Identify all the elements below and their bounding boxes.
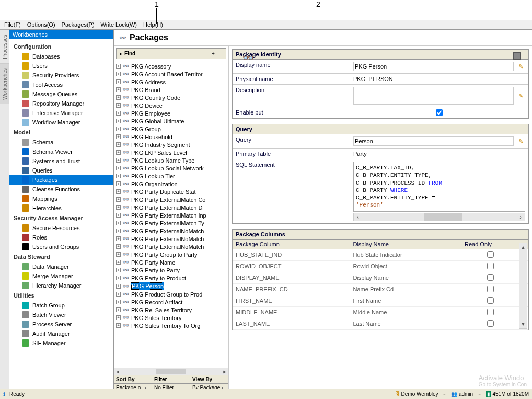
expand-icon[interactable]: + (116, 244, 121, 249)
table-row[interactable]: NAME_PREFIX_CDName Prefix Cd (233, 283, 528, 295)
expand-icon[interactable]: + (116, 252, 121, 257)
expand-icon[interactable]: + (116, 64, 121, 69)
package-item[interactable]: +👓PKG Brand (115, 86, 227, 94)
package-item[interactable]: +👓PKG Party ExternalMatch Inp (115, 211, 227, 219)
table-row[interactable]: ROWID_OBJECTRowid Object (233, 260, 528, 272)
package-item[interactable]: +👓PKG Group (115, 125, 227, 133)
expand-icon[interactable]: + (116, 174, 121, 178)
package-item[interactable]: +👓PKG Sales Territory (115, 314, 227, 322)
sidebar-item[interactable]: Data Manager (9, 262, 113, 271)
sidebar-item[interactable]: Batch Group (9, 301, 113, 310)
readonly-checkbox[interactable] (487, 251, 494, 258)
expand-icon[interactable]: + (116, 315, 121, 320)
expand-icon[interactable]: + (116, 307, 121, 312)
expand-icon[interactable]: + (116, 197, 121, 202)
expand-icon[interactable]: + (116, 221, 121, 225)
package-item[interactable]: +👓PKG Party to Party (115, 266, 227, 274)
expand-icon[interactable]: + (116, 323, 121, 328)
expand-icon[interactable]: + (116, 300, 121, 304)
sidebar-item[interactable]: Users and Groups (9, 242, 113, 252)
sidebar-item[interactable]: Merge Manager (9, 271, 113, 281)
package-item[interactable]: +👓PKG Record Artifact (115, 298, 227, 306)
vtab-workbenches[interactable]: Workbenches (0, 63, 9, 104)
query-edit-icon[interactable]: ✎ (516, 136, 525, 146)
expand-icon[interactable]: + (116, 292, 121, 297)
package-list[interactable]: +👓PKG Accessory+👓PKG Account Based Terri… (114, 61, 228, 368)
sidebar-item[interactable]: Schema (9, 138, 113, 147)
expand-icon[interactable]: + (116, 236, 121, 241)
package-item[interactable]: +👓PKG Country Code (115, 94, 227, 101)
package-item[interactable]: +👓PKG Industry Segment (115, 141, 227, 149)
sql-statement-box[interactable]: C_B_PARTY.TAX_ID,C_B_PARTY.ENTITY_TYPE,C… (353, 162, 525, 212)
package-item[interactable]: +👓PKG Party Name (115, 258, 227, 266)
menu-options[interactable]: Options(O) (27, 21, 55, 28)
sidebar-item[interactable]: Secure Resources (9, 223, 113, 233)
expand-icon[interactable]: + (116, 95, 121, 100)
expand-icon[interactable]: + (116, 205, 121, 210)
package-item[interactable]: +👓PKG Party ExternalNoMatch (115, 243, 227, 250)
sidebar-item[interactable]: Message Queues (9, 89, 113, 99)
detail-square-icon[interactable] (513, 52, 521, 60)
expand-icon[interactable]: + (116, 229, 121, 233)
col-header-dispname[interactable]: Display Name (350, 240, 461, 249)
package-item[interactable]: +👓PKG LKP Sales Level (115, 149, 227, 156)
sidebar-item[interactable]: Cleanse Functions (9, 185, 113, 194)
sidebar-item[interactable]: Hierarchies (9, 203, 113, 213)
expand-icon[interactable]: + (116, 268, 121, 272)
find-input[interactable] (137, 50, 210, 58)
menu-help[interactable]: Help(H) (143, 21, 163, 28)
package-item[interactable]: +👓PKG Household (115, 133, 227, 141)
sidebar-item[interactable]: Repository Manager (9, 99, 113, 108)
status-db[interactable]: 🗄Demo Wembley (395, 391, 438, 397)
sidebar-item[interactable]: Hierarchy Manager (9, 281, 113, 290)
expand-icon[interactable]: + (116, 119, 121, 123)
package-item[interactable]: +👓PKG Party ExternalMatch Co (115, 196, 227, 203)
package-item[interactable]: +👓PKG Account Based Territor (115, 70, 227, 78)
col-header-pkgcol[interactable]: Package Column (233, 240, 350, 249)
package-item[interactable]: +👓PKG Party Duplicate Stat (115, 188, 227, 196)
sidebar-item[interactable]: Mappings (9, 194, 113, 203)
expand-icon[interactable]: + (116, 166, 121, 170)
package-item[interactable]: +👓PKG Lookup Tier (115, 172, 227, 180)
display-name-input[interactable] (353, 62, 514, 71)
package-item[interactable]: +👓PKG Address (115, 78, 227, 86)
package-item[interactable]: +👓PKG Party to Product (115, 274, 227, 282)
readonly-checkbox[interactable] (487, 286, 494, 292)
table-row[interactable]: DISPLAY_NAMEDisplay Name (233, 272, 528, 283)
package-item[interactable]: +👓PKG Person (115, 282, 227, 290)
package-item[interactable]: +👓PKG Party Group to Party (115, 250, 227, 258)
expand-icon[interactable]: + (116, 72, 121, 76)
expand-icon[interactable]: + (116, 189, 121, 194)
expand-icon[interactable]: + (116, 103, 121, 108)
sidebar-item[interactable]: SIF Manager (9, 338, 113, 348)
description-input[interactable] (353, 87, 514, 105)
expand-icon[interactable]: + (116, 181, 121, 186)
sidebar-item[interactable]: Enterprise Manager (9, 108, 113, 118)
expand-icon[interactable]: + (116, 87, 121, 92)
sidebar-item[interactable]: Workflow Manager (9, 118, 113, 127)
readonly-checkbox[interactable] (487, 297, 494, 304)
package-item[interactable]: +👓PKG Party ExternalNoMatch (115, 227, 227, 235)
expand-icon[interactable]: + (116, 260, 121, 265)
package-item[interactable]: +👓PKG Accessory (115, 62, 227, 70)
readonly-checkbox[interactable] (487, 263, 494, 269)
find-minus-btn[interactable]: - (216, 51, 223, 56)
find-expand-icon[interactable]: ▸ (120, 51, 122, 56)
query-input[interactable] (353, 136, 514, 146)
description-edit-icon[interactable]: ✎ (516, 91, 525, 100)
menu-packages[interactable]: Packages(P) (62, 21, 95, 28)
find-plus-btn[interactable]: + (210, 51, 216, 56)
expand-icon[interactable]: + (116, 79, 121, 84)
package-item[interactable]: +👓PKG Global Ultimate (115, 117, 227, 125)
package-item[interactable]: +👓PKG Lookup Social Network (115, 164, 227, 172)
readonly-checkbox[interactable] (487, 309, 494, 315)
package-item[interactable]: +👓PKG Organization (115, 180, 227, 188)
expand-icon[interactable]: + (116, 158, 121, 163)
menu-file[interactable]: File(F) (4, 21, 21, 28)
expand-icon[interactable]: + (116, 111, 121, 116)
readonly-checkbox[interactable] (487, 274, 494, 281)
status-memory[interactable]: ▮451M of 1820M (486, 391, 529, 397)
pkg-hscroll[interactable]: ◄ ► (114, 368, 228, 375)
package-item[interactable]: +👓PKG Device (115, 101, 227, 109)
package-item[interactable]: +👓PKG Lookup Name Type (115, 156, 227, 164)
